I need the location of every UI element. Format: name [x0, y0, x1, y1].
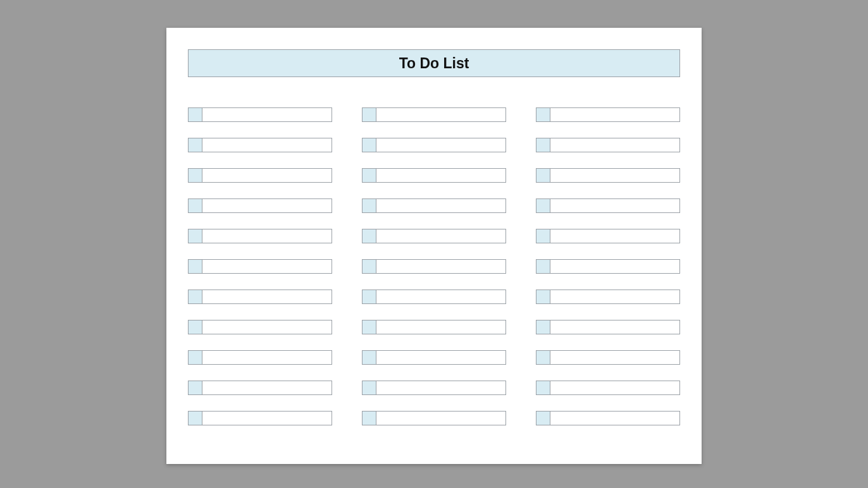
todo-text[interactable]: [376, 229, 505, 243]
todo-item[interactable]: [362, 107, 506, 122]
todo-text[interactable]: [550, 381, 679, 394]
checkbox-icon[interactable]: [189, 260, 202, 273]
todo-item[interactable]: [362, 350, 506, 365]
checkbox-icon[interactable]: [536, 290, 550, 303]
todo-item[interactable]: [188, 350, 332, 365]
todo-text[interactable]: [376, 381, 505, 394]
checkbox-icon[interactable]: [536, 169, 550, 182]
todo-text[interactable]: [376, 290, 505, 303]
checkbox-icon[interactable]: [536, 199, 550, 212]
todo-text[interactable]: [376, 320, 505, 334]
todo-text[interactable]: [202, 381, 332, 394]
checkbox-icon[interactable]: [536, 138, 550, 152]
todo-item[interactable]: [536, 107, 680, 122]
todo-item[interactable]: [362, 198, 506, 213]
checkbox-icon[interactable]: [363, 260, 376, 273]
todo-item[interactable]: [188, 290, 332, 304]
todo-item[interactable]: [188, 168, 332, 183]
todo-text[interactable]: [550, 412, 679, 425]
todo-item[interactable]: [362, 168, 506, 183]
checkbox-icon[interactable]: [189, 351, 202, 364]
todo-item[interactable]: [362, 411, 506, 425]
todo-text[interactable]: [550, 108, 679, 121]
todo-item[interactable]: [362, 229, 506, 243]
todo-text[interactable]: [202, 260, 332, 273]
todo-item[interactable]: [536, 320, 680, 334]
todo-item[interactable]: [188, 411, 332, 425]
checkbox-icon[interactable]: [189, 229, 202, 243]
todo-text[interactable]: [376, 412, 505, 425]
checkbox-icon[interactable]: [189, 381, 202, 394]
checkbox-icon[interactable]: [363, 412, 376, 425]
todo-text[interactable]: [376, 138, 505, 152]
todo-text[interactable]: [202, 229, 332, 243]
todo-text[interactable]: [202, 199, 332, 212]
todo-text[interactable]: [550, 199, 679, 212]
todo-text[interactable]: [550, 169, 679, 182]
todo-item[interactable]: [536, 259, 680, 274]
checkbox-icon[interactable]: [363, 351, 376, 364]
checkbox-icon[interactable]: [189, 169, 202, 182]
todo-text[interactable]: [202, 412, 332, 425]
todo-item[interactable]: [362, 259, 506, 274]
checkbox-icon[interactable]: [363, 199, 376, 212]
todo-item[interactable]: [536, 411, 680, 425]
checkbox-icon[interactable]: [189, 138, 202, 152]
checkbox-icon[interactable]: [189, 412, 202, 425]
todo-item[interactable]: [362, 320, 506, 334]
todo-text[interactable]: [376, 199, 505, 212]
todo-item[interactable]: [188, 198, 332, 213]
checkbox-icon[interactable]: [536, 412, 550, 425]
todo-item[interactable]: [188, 259, 332, 274]
todo-text[interactable]: [550, 138, 679, 152]
checkbox-icon[interactable]: [363, 381, 376, 394]
todo-text[interactable]: [550, 320, 679, 334]
checkbox-icon[interactable]: [536, 108, 550, 121]
todo-text[interactable]: [202, 290, 332, 303]
checkbox-icon[interactable]: [536, 381, 550, 394]
checkbox-icon[interactable]: [363, 229, 376, 243]
todo-item[interactable]: [362, 381, 506, 395]
checkbox-icon[interactable]: [536, 320, 550, 334]
todo-item[interactable]: [536, 168, 680, 183]
todo-text[interactable]: [376, 169, 505, 182]
todo-text[interactable]: [550, 351, 679, 364]
todo-item[interactable]: [536, 138, 680, 152]
title-bar: To Do List: [188, 49, 680, 77]
checkbox-icon[interactable]: [363, 108, 376, 121]
checkbox-icon[interactable]: [536, 229, 550, 243]
checkbox-icon[interactable]: [363, 320, 376, 334]
todo-item[interactable]: [188, 229, 332, 243]
todo-item[interactable]: [188, 381, 332, 395]
todo-item[interactable]: [362, 138, 506, 152]
todo-item[interactable]: [536, 229, 680, 243]
todo-text[interactable]: [202, 351, 332, 364]
todo-text[interactable]: [202, 320, 332, 334]
todo-text[interactable]: [376, 351, 505, 364]
todo-text[interactable]: [376, 260, 505, 273]
todo-item[interactable]: [362, 290, 506, 304]
todo-item[interactable]: [188, 138, 332, 152]
todo-text[interactable]: [202, 169, 332, 182]
checkbox-icon[interactable]: [363, 169, 376, 182]
todo-item[interactable]: [536, 350, 680, 365]
todo-item[interactable]: [536, 198, 680, 213]
todo-item[interactable]: [536, 381, 680, 395]
checkbox-icon[interactable]: [363, 290, 376, 303]
todo-text[interactable]: [202, 108, 332, 121]
checkbox-icon[interactable]: [363, 138, 376, 152]
todo-item[interactable]: [536, 290, 680, 304]
todo-text[interactable]: [376, 108, 505, 121]
todo-text[interactable]: [550, 290, 679, 303]
checkbox-icon[interactable]: [536, 351, 550, 364]
checkbox-icon[interactable]: [189, 320, 202, 334]
todo-text[interactable]: [202, 138, 332, 152]
checkbox-icon[interactable]: [189, 290, 202, 303]
todo-item[interactable]: [188, 107, 332, 122]
checkbox-icon[interactable]: [189, 199, 202, 212]
todo-item[interactable]: [188, 320, 332, 334]
checkbox-icon[interactable]: [189, 108, 202, 121]
checkbox-icon[interactable]: [536, 260, 550, 273]
todo-text[interactable]: [550, 260, 679, 273]
todo-text[interactable]: [550, 229, 679, 243]
